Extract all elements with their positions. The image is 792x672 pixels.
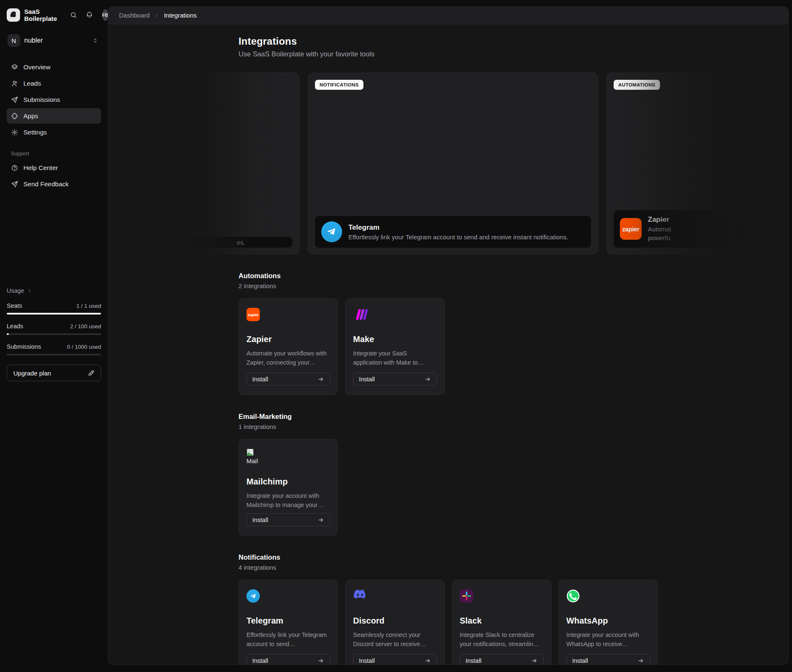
sidebar-item-send-feedback[interactable]: Send Feedback: [7, 176, 101, 192]
workspace-switcher[interactable]: N nubler: [7, 33, 101, 48]
sidebar-item-apps[interactable]: Apps: [7, 108, 101, 124]
integration-card-zapier: zapier Zapier Automate your workflows wi…: [239, 298, 338, 395]
integration-card-make: Make Integrate your SaaS application wit…: [345, 298, 444, 395]
gear-icon: [11, 129, 18, 136]
sidebar-item-label: Leads: [23, 80, 41, 87]
user-icon: [11, 80, 18, 87]
usage-panel: Usage Seats 1 / 1 used Leads 2 / 100 use…: [7, 287, 101, 381]
sidebar-nav: Overview Leads Submissions Apps Settings: [7, 59, 101, 140]
meter-value: 1 / 1 used: [76, 303, 101, 309]
integration-card-telegram: Telegram Effortlessly link your Telegram…: [239, 580, 338, 665]
section-title: Notifications: [239, 553, 658, 561]
integration-card-slack: Slack Integrate Slack to centralize your…: [452, 580, 551, 665]
main-panel: Dashboard Integrations Integrations Use …: [108, 6, 789, 665]
rocket-icon: [88, 370, 95, 377]
card-description: Automate your workflows with Zapier, con…: [246, 349, 330, 368]
sidebar-item-submissions[interactable]: Submissions: [7, 92, 101, 107]
progress-track: [7, 333, 101, 335]
brand-name: SaaS Boilerplate: [24, 8, 57, 22]
slide-info-bar: es.: [108, 237, 292, 248]
search-icon[interactable]: [70, 11, 77, 19]
meter-label: Leads: [7, 323, 23, 330]
usage-link[interactable]: Usage: [7, 287, 101, 294]
layers-icon: [11, 63, 18, 71]
arrow-right-icon: [317, 376, 324, 383]
breadcrumb: Dashboard Integrations: [119, 12, 197, 19]
sidebar-item-leads[interactable]: Leads: [7, 76, 101, 91]
upgrade-plan-button[interactable]: Upgrade plan: [7, 365, 101, 381]
sidebar-item-help-center[interactable]: Help Center: [7, 160, 101, 175]
usage-meter-seats: Seats 1 / 1 used: [7, 302, 101, 314]
arrow-right-icon: [531, 657, 538, 664]
install-button[interactable]: Install: [246, 654, 330, 665]
zapier-logo-text: zapier: [622, 226, 640, 233]
progress-fill: [7, 333, 9, 335]
slide-app-title: Zapier: [648, 216, 671, 224]
install-button[interactable]: Install: [353, 654, 437, 665]
telegram-icon: [246, 589, 260, 603]
upgrade-plan-label: Upgrade plan: [13, 370, 51, 377]
sidebar-item-overview[interactable]: Overview: [7, 59, 101, 75]
card-title: Make: [353, 335, 437, 344]
send-icon: [11, 180, 18, 188]
install-label: Install: [252, 657, 268, 664]
progress-fill: [7, 313, 101, 314]
topbar: Dashboard Integrations: [108, 7, 788, 24]
card-description: Effortlessly link your Telegram account …: [246, 630, 330, 649]
featured-carousel: es. NOTIFICATIONS Telegram Effortlessly …: [108, 73, 788, 254]
usage-title: Usage: [7, 287, 24, 294]
install-button[interactable]: Install: [566, 654, 650, 665]
install-label: Install: [466, 657, 482, 664]
category-badge: AUTOMATIONS: [614, 80, 660, 90]
install-button[interactable]: Install: [460, 654, 543, 665]
card-title: Discord: [353, 616, 437, 626]
sidebar: SaaS Boilerplate FB N nubler Overview Le…: [0, 0, 108, 672]
section-count: 4 integrations: [239, 564, 658, 571]
sidebar-item-label: Send Feedback: [23, 180, 69, 188]
sidebar-item-label: Submissions: [23, 96, 60, 104]
section-notifications: Notifications 4 integrations Telegram Ef…: [239, 553, 658, 665]
card-description: Integrate your account with Mailchimp to…: [246, 491, 330, 510]
slide-app-description-line: powerfu: [648, 233, 671, 242]
install-button[interactable]: Install: [246, 513, 330, 526]
broken-image-icon: [246, 449, 255, 456]
workspace-name: nubler: [24, 37, 88, 44]
integration-card-whatsapp: WhatsApp Integrate your account with Wha…: [558, 580, 658, 665]
carousel-slide-telegram: NOTIFICATIONS Telegram Effortlessly link…: [308, 73, 598, 254]
sidebar-item-settings[interactable]: Settings: [7, 124, 101, 140]
slide-app-description-line: Automat: [648, 225, 671, 233]
card-description: Integrate your SaaS application with Mak…: [353, 349, 437, 368]
chevron-right-icon: [27, 288, 32, 294]
discord-icon: [353, 589, 437, 600]
sidebar-item-label: Apps: [23, 112, 38, 120]
slide-app-description: Effortlessly link your Telegram account …: [348, 233, 568, 241]
section-title: Email-Marketing: [239, 413, 658, 421]
support-section-label: Support: [11, 151, 97, 157]
install-button[interactable]: Install: [246, 373, 330, 385]
sidebar-item-label: Overview: [23, 63, 51, 71]
progress-track: [7, 354, 101, 355]
telegram-icon: [321, 221, 342, 242]
carousel-slide-left: es.: [108, 73, 300, 254]
sidebar-item-label: Settings: [23, 129, 47, 136]
page-title: Integrations: [239, 36, 658, 47]
arrow-right-icon: [637, 657, 644, 664]
meter-label: Submissions: [7, 343, 41, 350]
breadcrumb-dashboard[interactable]: Dashboard: [119, 12, 150, 19]
integration-card-discord: Discord Seamlessly connect your Discord …: [345, 580, 444, 665]
sidebar-header: SaaS Boilerplate FB: [7, 7, 101, 23]
carousel-slide-zapier: AUTOMATIONS zapier Zapier Automat powerf…: [607, 73, 788, 254]
install-button[interactable]: Install: [353, 373, 437, 385]
card-title: Mailchimp: [246, 477, 330, 487]
support-nav: Help Center Send Feedback: [7, 160, 101, 192]
category-badge: NOTIFICATIONS: [315, 80, 363, 90]
meter-label: Seats: [7, 302, 22, 309]
whatsapp-icon: [566, 589, 650, 603]
section-email-marketing: Email-Marketing 1 integrations Mail Mail…: [239, 413, 658, 536]
zapier-logo-text: zapier: [248, 312, 259, 317]
chevron-right-icon: [154, 13, 160, 18]
zapier-icon: zapier: [620, 218, 642, 240]
card-description: Seamlessly connect your Discord server t…: [353, 630, 437, 649]
notifications-bell-icon[interactable]: [86, 11, 93, 19]
card-title: Slack: [460, 616, 543, 626]
